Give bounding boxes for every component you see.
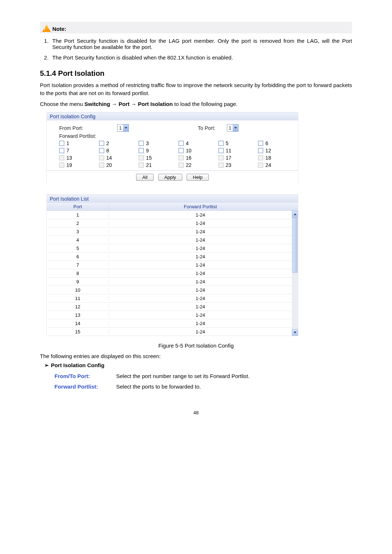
list-cell-fwd: 1-24 bbox=[109, 212, 292, 218]
field-row: From/To Port:Select the port number rang… bbox=[54, 371, 352, 381]
section-para-1: Port Isolation provides a method of rest… bbox=[40, 81, 352, 97]
port-checkbox-17[interactable]: 17 bbox=[219, 155, 258, 161]
checkbox-icon bbox=[59, 148, 64, 153]
checkbox-icon bbox=[99, 148, 104, 153]
port-checkbox-21[interactable]: 21 bbox=[139, 162, 179, 168]
list-cell-port: 11 bbox=[47, 296, 109, 301]
figure-caption: Figure 5-5 Port Isolation Config bbox=[40, 342, 352, 349]
note-item-1: The Port Security function is disabled f… bbox=[50, 36, 352, 53]
list-panel-title: Port Isolation List bbox=[47, 195, 298, 203]
list-row: 81-24 bbox=[47, 269, 292, 278]
list-row: 51-24 bbox=[47, 244, 292, 253]
port-checkbox-22[interactable]: 22 bbox=[179, 162, 219, 168]
scroll-up-button[interactable] bbox=[292, 211, 298, 218]
entries-text: The following entries are displayed on t… bbox=[40, 353, 352, 359]
port-label: 5 bbox=[226, 140, 229, 146]
section-heading: 5.1.4 Port Isolation bbox=[40, 69, 352, 78]
para2-post: to load the following page. bbox=[173, 101, 237, 107]
port-checkbox-16[interactable]: 16 bbox=[179, 155, 219, 161]
list-row: 61-24 bbox=[47, 253, 292, 261]
port-checkbox-3[interactable]: 3 bbox=[139, 140, 179, 146]
scroll-down-button[interactable] bbox=[292, 329, 298, 336]
bullet-section: ➢ Port Isolation Config bbox=[44, 362, 352, 369]
checkbox-icon bbox=[99, 141, 104, 146]
list-cell-fwd: 1-24 bbox=[109, 304, 292, 309]
checkbox-icon bbox=[59, 163, 64, 168]
port-checkbox-14[interactable]: 14 bbox=[99, 155, 139, 161]
port-checkbox-1[interactable]: 1 bbox=[59, 140, 99, 146]
port-label: 11 bbox=[226, 148, 232, 153]
bullet-title: Port Isolation Config bbox=[51, 362, 105, 368]
port-checkbox-13[interactable]: 13 bbox=[59, 155, 99, 161]
list-cell-port: 3 bbox=[47, 229, 109, 234]
list-cell-fwd: 1-24 bbox=[109, 279, 292, 284]
port-checkbox-7[interactable]: 7 bbox=[59, 148, 99, 153]
from-port-select[interactable]: 1 bbox=[117, 124, 129, 132]
chevron-up-icon bbox=[294, 213, 297, 215]
port-checkbox-19[interactable]: 19 bbox=[59, 162, 99, 168]
para2-bold: Switching → Port → Port Isolation bbox=[85, 101, 173, 107]
list-cell-fwd: 1-24 bbox=[109, 287, 292, 293]
checkbox-icon bbox=[99, 155, 104, 160]
list-cell-port: 14 bbox=[47, 321, 109, 326]
list-cell-port: 4 bbox=[47, 237, 109, 243]
list-row: 91-24 bbox=[47, 278, 292, 286]
port-checkbox-12[interactable]: 12 bbox=[258, 148, 298, 153]
port-checkbox-18[interactable]: 18 bbox=[258, 155, 298, 161]
note-label: Note: bbox=[52, 26, 66, 32]
port-checkbox-9[interactable]: 9 bbox=[139, 148, 179, 153]
list-cell-port: 9 bbox=[47, 279, 109, 284]
port-checkbox-4[interactable]: 4 bbox=[179, 140, 219, 146]
list-cell-fwd: 1-24 bbox=[109, 262, 292, 268]
scroll-thumb[interactable] bbox=[292, 218, 298, 273]
port-checkbox-15[interactable]: 15 bbox=[139, 155, 179, 161]
checkbox-icon bbox=[219, 141, 224, 146]
port-label: 9 bbox=[146, 148, 149, 153]
port-checkbox-2[interactable]: 2 bbox=[99, 140, 139, 146]
warning-icon bbox=[42, 25, 51, 32]
port-checkbox-23[interactable]: 23 bbox=[219, 162, 258, 168]
port-label: 20 bbox=[106, 162, 112, 168]
to-port-value: 1 bbox=[227, 125, 233, 131]
list-cell-fwd: 1-24 bbox=[109, 329, 292, 335]
list-cell-fwd: 1-24 bbox=[109, 246, 292, 251]
port-checkbox-5[interactable]: 5 bbox=[219, 140, 258, 146]
port-checkbox-10[interactable]: 10 bbox=[179, 148, 219, 153]
field-desc: Select the port number range to set its … bbox=[116, 373, 352, 379]
list-row: 41-24 bbox=[47, 236, 292, 244]
checkbox-icon bbox=[219, 155, 224, 160]
port-isolation-config-panel: Port Isolation Config From Port: 1 To Po… bbox=[46, 112, 298, 184]
list-row: 31-24 bbox=[47, 227, 292, 236]
list-cell-port: 7 bbox=[47, 262, 109, 268]
list-col-port: Port bbox=[47, 203, 109, 210]
checkbox-icon bbox=[219, 163, 224, 168]
list-cell-port: 1 bbox=[47, 212, 109, 218]
list-cell-port: 15 bbox=[47, 329, 109, 335]
list-cell-port: 5 bbox=[47, 246, 109, 251]
list-cell-fwd: 1-24 bbox=[109, 221, 292, 226]
port-checkbox-8[interactable]: 8 bbox=[99, 148, 139, 153]
list-cell-port: 13 bbox=[47, 312, 109, 318]
port-checkbox-20[interactable]: 20 bbox=[99, 162, 139, 168]
apply-button[interactable]: Apply bbox=[158, 174, 183, 181]
port-checkbox-24[interactable]: 24 bbox=[258, 162, 298, 168]
to-port-select[interactable]: 1 bbox=[227, 124, 238, 132]
para2-pre: Choose the menu bbox=[40, 101, 85, 107]
port-label: 15 bbox=[146, 155, 152, 161]
checkbox-icon bbox=[59, 141, 64, 146]
port-checkbox-6[interactable]: 6 bbox=[258, 140, 298, 146]
field-name: From/To Port: bbox=[54, 373, 116, 379]
port-checkbox-11[interactable]: 11 bbox=[219, 148, 258, 153]
list-cell-fwd: 1-24 bbox=[109, 271, 292, 276]
all-button[interactable]: All bbox=[136, 174, 154, 181]
forward-portlist-label: Forward Portlist: bbox=[59, 133, 117, 139]
checkbox-icon bbox=[139, 155, 144, 160]
list-cell-port: 6 bbox=[47, 254, 109, 259]
scroll-track[interactable] bbox=[292, 218, 298, 329]
help-button[interactable]: Help bbox=[187, 174, 209, 181]
scrollbar[interactable] bbox=[292, 211, 298, 336]
checkbox-icon bbox=[258, 155, 263, 160]
checkbox-icon bbox=[258, 141, 263, 146]
checkbox-icon bbox=[179, 148, 184, 153]
port-label: 2 bbox=[106, 140, 109, 146]
